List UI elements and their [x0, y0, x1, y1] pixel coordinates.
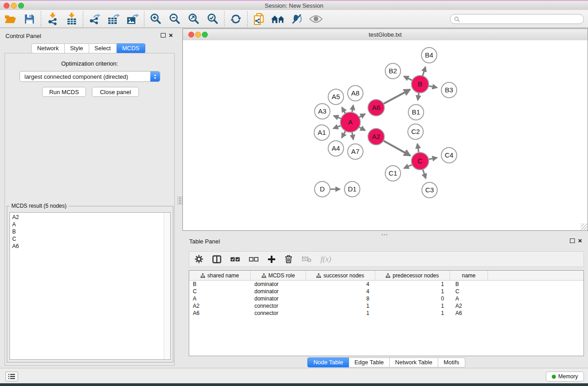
import-table-icon[interactable]: [62, 11, 81, 27]
tab-edge-table[interactable]: Edge Table: [349, 357, 390, 367]
task-history-button[interactable]: [5, 372, 18, 381]
close-panel-button[interactable]: Close panel: [92, 87, 139, 97]
export-table-icon[interactable]: [104, 11, 123, 27]
list-item[interactable]: B: [12, 228, 168, 235]
network-canvas[interactable]: AA6A2BCA5A8A3A1A4A7B2B4B3B1C2C4C1C3DD1: [183, 40, 588, 230]
list-item[interactable]: C: [12, 235, 168, 243]
table-cell[interactable]: 1: [306, 310, 375, 317]
table-cell[interactable]: dominator: [251, 288, 306, 295]
tab-mcds[interactable]: MCDS: [117, 43, 145, 53]
export-network-icon[interactable]: [85, 11, 104, 27]
column-header-predecessor-nodes[interactable]: predecessor nodes: [375, 271, 450, 280]
create-column-icon[interactable]: [268, 255, 276, 263]
export-image-icon[interactable]: [123, 11, 142, 27]
new-network-from-selection-icon[interactable]: [249, 11, 268, 27]
run-mcds-button[interactable]: Run MCDS: [42, 87, 86, 97]
column-header-shared-name[interactable]: shared name: [189, 271, 251, 280]
search-field[interactable]: [450, 14, 584, 24]
app-titlebar: Session: New Session: [0, 1, 588, 10]
tab-motifs[interactable]: Motifs: [438, 357, 465, 367]
app-title: Session: New Session: [0, 2, 588, 9]
table-row[interactable]: Bdominator41B: [189, 281, 583, 288]
memory-button[interactable]: Memory: [546, 372, 584, 381]
table-cell[interactable]: 1: [375, 281, 450, 288]
table-cell[interactable]: C: [189, 288, 251, 295]
split-pane-divider-vertical[interactable]: [177, 196, 182, 205]
tab-select[interactable]: Select: [89, 43, 117, 53]
table-row[interactable]: A6connector11A6: [189, 310, 583, 317]
table-cell[interactable]: dominator: [251, 281, 306, 288]
table-row[interactable]: Cdominator41C: [189, 288, 583, 295]
delete-table-icon[interactable]: [301, 256, 311, 262]
column-header-MCDS-role[interactable]: MCDS role: [251, 271, 306, 280]
search-input[interactable]: [460, 15, 575, 23]
table-cell[interactable]: A: [189, 295, 251, 302]
home-icon[interactable]: [268, 11, 287, 27]
close-table-panel-icon[interactable]: ×: [578, 238, 582, 243]
graph-node-label: B: [418, 80, 422, 88]
table-cell[interactable]: A2: [189, 302, 251, 310]
table-row[interactable]: Adominator80A: [189, 295, 583, 302]
table-cell[interactable]: 4: [306, 281, 375, 288]
zoom-fit-icon[interactable]: [184, 11, 203, 27]
zoom-in-icon[interactable]: [146, 11, 165, 27]
show-columns-icon[interactable]: [212, 255, 221, 263]
float-panel-icon[interactable]: [161, 33, 166, 38]
close-panel-icon[interactable]: ×: [169, 33, 173, 38]
table-cell[interactable]: 0: [375, 295, 450, 302]
table-cell[interactable]: dominator: [251, 295, 306, 302]
deselect-all-columns-icon[interactable]: [249, 257, 258, 262]
delete-columns-trash-icon[interactable]: [285, 255, 292, 263]
table-options-gear-icon[interactable]: [195, 255, 203, 263]
open-folder-icon[interactable]: [1, 11, 20, 27]
column-header-name[interactable]: name: [450, 271, 488, 280]
list-item[interactable]: A6: [12, 243, 168, 250]
list-item[interactable]: A: [12, 221, 168, 228]
save-session-icon[interactable]: [20, 11, 39, 27]
mcds-result-list[interactable]: A2ABCA6: [10, 212, 171, 360]
function-builder-icon[interactable]: f(x): [320, 255, 331, 264]
table-cell[interactable]: 1: [375, 310, 450, 317]
hierarchy-icon: [386, 273, 390, 278]
table-cell[interactable]: C: [450, 288, 488, 295]
zoom-selected-icon[interactable]: [203, 11, 222, 27]
table-row[interactable]: A2connector11A2: [189, 302, 583, 310]
control-panel-tabs: NetworkStyleSelectMCDS: [0, 43, 177, 53]
split-pane-divider-horizontal[interactable]: [380, 233, 388, 236]
node-table[interactable]: shared nameMCDS rolesuccessor nodesprede…: [189, 270, 584, 356]
table-cell[interactable]: connector: [251, 310, 306, 317]
tab-node-table[interactable]: Node Table: [307, 357, 349, 367]
window-resize-grip[interactable]: [581, 224, 587, 230]
table-cell[interactable]: 1: [375, 302, 450, 310]
zoom-out-icon[interactable]: [165, 11, 184, 27]
table-cell[interactable]: connector: [251, 302, 306, 310]
tab-style[interactable]: Style: [65, 43, 89, 53]
hide-graphics-details-icon[interactable]: [287, 11, 306, 27]
show-graphics-details-eye-icon[interactable]: [306, 11, 325, 27]
table-cell[interactable]: A6: [450, 310, 488, 317]
tab-network-table[interactable]: Network Table: [390, 357, 438, 367]
table-cell[interactable]: B: [450, 281, 488, 288]
table-cell[interactable]: A2: [450, 302, 488, 310]
table-cell[interactable]: 4: [306, 288, 375, 295]
graph-node-label: A4: [332, 144, 340, 152]
table-cell[interactable]: A: [450, 295, 488, 302]
column-header-successor-nodes[interactable]: successor nodes: [306, 271, 375, 280]
network-window-titlebar[interactable]: testGlobe.txt: [183, 29, 588, 41]
result-list-scrollbar[interactable]: [164, 213, 170, 359]
tab-network[interactable]: Network: [31, 43, 65, 53]
refresh-layout-icon[interactable]: [226, 11, 245, 27]
table-cell[interactable]: 1: [306, 302, 375, 310]
optimization-criterion-select[interactable]: largest connected component (directed) ▲…: [19, 71, 160, 82]
application-window: Session: New Session: [0, 0, 588, 386]
table-cell[interactable]: A6: [189, 310, 251, 317]
select-all-columns-icon[interactable]: [230, 257, 240, 262]
graph-node-label: A2: [372, 133, 380, 140]
import-network-icon[interactable]: [43, 11, 62, 27]
table-cell[interactable]: 8: [306, 295, 375, 302]
table-cell[interactable]: 1: [375, 288, 450, 295]
list-item[interactable]: A2: [12, 214, 168, 221]
table-cell[interactable]: B: [189, 281, 251, 288]
table-panel-title: Table Panel: [189, 238, 220, 245]
float-table-panel-icon[interactable]: [570, 238, 575, 243]
